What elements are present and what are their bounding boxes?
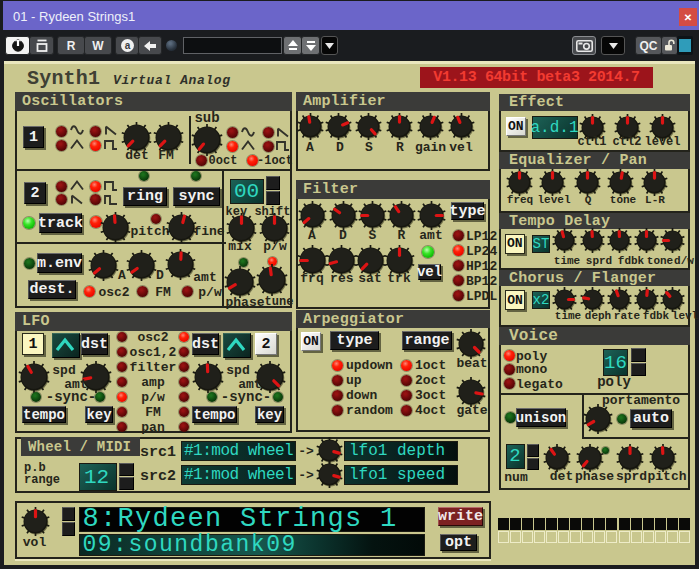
svg-text:a: a (124, 40, 130, 51)
